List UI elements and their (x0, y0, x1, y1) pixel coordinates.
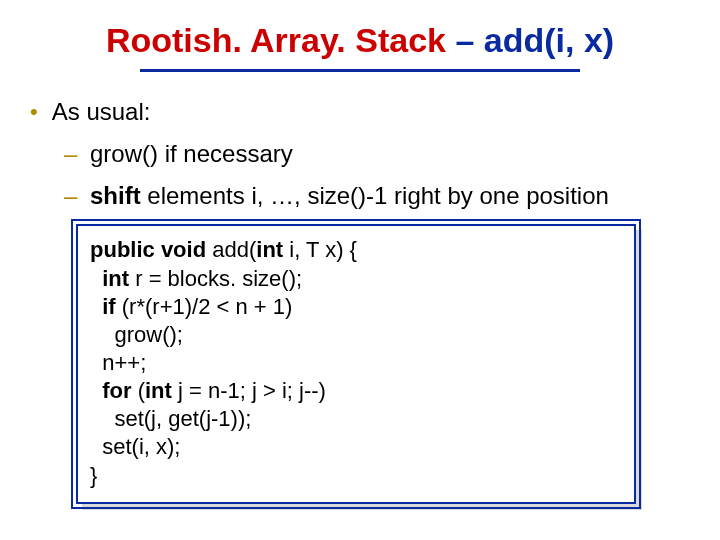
code-line-6: for (int j = n-1; j > i; j--) (90, 377, 622, 405)
code-text: (r*(r+1)/2 < n + 1) (122, 294, 293, 319)
slide-title: Rootish. Array. Stack – add(i, x) (106, 22, 614, 63)
code-text: n++; (90, 350, 146, 375)
code-text: r = blocks. size(); (135, 266, 302, 291)
title-part-blue: – add(i, x) (455, 21, 614, 59)
bullet-level2-a-text: grow() if necessary (90, 140, 293, 168)
slide: Rootish. Array. Stack – add(i, x) • As u… (0, 0, 720, 540)
code-line-7: set(j, get(j-1)); (90, 405, 622, 433)
bullet-level1-text: As usual: (52, 98, 151, 126)
code-kw: int (145, 378, 178, 403)
code-kw: int (90, 266, 135, 291)
dash-icon: – (64, 182, 78, 210)
code-text: set(i, x); (90, 434, 180, 459)
code-text: set(j, get(j-1)); (90, 406, 251, 431)
dash-icon: – (64, 140, 78, 168)
code-kw: for (90, 378, 138, 403)
bullet-level2-b: – shift elements i, …, size()-1 right by… (64, 182, 690, 210)
code-text: j = n-1; j > i; j--) (178, 378, 326, 403)
bullet-level2-b-text: shift elements i, …, size()-1 right by o… (90, 182, 609, 210)
code-text: i, T x) { (289, 237, 357, 262)
slide-body: • As usual: – grow() if necessary – shif… (30, 98, 690, 503)
code-kw: public void (90, 237, 212, 262)
code-text: ( (138, 378, 145, 403)
code-box: public void add(int i, T x) { int r = bl… (76, 224, 636, 503)
bullet-level2-a: – grow() if necessary (64, 140, 690, 168)
code-line-4: grow(); (90, 321, 622, 349)
code-line-9: } (90, 462, 622, 490)
bullet-level2-b-bold: shift (90, 182, 141, 209)
code-line-2: int r = blocks. size(); (90, 265, 622, 293)
code-kw: if (90, 294, 122, 319)
code-line-3: if (r*(r+1)/2 < n + 1) (90, 293, 622, 321)
code-line-8: set(i, x); (90, 433, 622, 461)
code-line-1: public void add(int i, T x) { (90, 236, 622, 264)
title-underline (140, 69, 580, 72)
code-text: add( (212, 237, 256, 262)
code-line-5: n++; (90, 349, 622, 377)
code-text: } (90, 463, 97, 488)
title-part-red: Rootish. Array. Stack (106, 21, 456, 59)
code-kw: int (256, 237, 289, 262)
code-text: grow(); (90, 322, 183, 347)
bullet-level1: • As usual: (30, 98, 690, 126)
bullet-dot-icon: • (30, 98, 38, 126)
bullet-level2-b-rest: elements i, …, size()-1 right by one pos… (141, 182, 609, 209)
title-wrap: Rootish. Array. Stack – add(i, x) (30, 22, 690, 72)
